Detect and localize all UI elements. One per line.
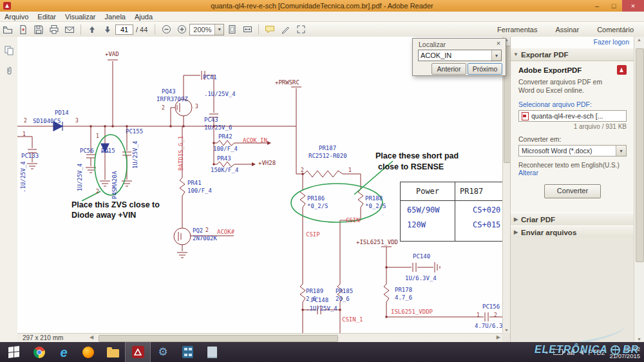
toolbar-tab-ferramentas[interactable]: Ferramentas bbox=[497, 26, 537, 33]
schematic-label: +VAD bbox=[105, 51, 119, 57]
fit-width-button[interactable] bbox=[240, 23, 254, 35]
open-button[interactable] bbox=[1, 23, 15, 35]
clock-time: 21:02 bbox=[609, 345, 640, 352]
taskbar-notepad-button[interactable] bbox=[200, 342, 224, 362]
export-pdf-section-header[interactable]: ▼ Exportar PDF bbox=[511, 48, 634, 61]
horizontal-scroll-thumb[interactable] bbox=[99, 335, 338, 342]
email-button[interactable] bbox=[62, 23, 77, 35]
convert-button[interactable]: Converter bbox=[544, 184, 601, 198]
minimize-button[interactable]: – bbox=[589, 0, 605, 12]
find-previous-button[interactable]: Anterior bbox=[431, 63, 466, 75]
fullscreen-button[interactable] bbox=[294, 23, 308, 35]
document-plus-icon bbox=[18, 24, 28, 35]
menu-ajuda[interactable]: Ajuda bbox=[130, 13, 157, 21]
fit-page-button[interactable] bbox=[225, 23, 239, 35]
scroll-left-icon[interactable]: ◀ bbox=[90, 334, 93, 340]
schematic-label: +ISL6251_VDD bbox=[356, 239, 398, 245]
scroll-down-icon[interactable]: ▼ bbox=[634, 337, 644, 341]
change-language-link[interactable]: Alterar bbox=[518, 169, 538, 176]
save-button[interactable] bbox=[32, 23, 46, 35]
product-description: Converter arquivos PDF em Word ou Excel … bbox=[518, 78, 616, 95]
schematic-label: CSIN bbox=[346, 217, 360, 224]
schematic-label: PR43 bbox=[217, 155, 231, 162]
taskbar-calculator-button[interactable] bbox=[175, 342, 200, 362]
toolbar-tab-assinar[interactable]: Assinar bbox=[555, 26, 579, 33]
taskbar-adobe-reader-button[interactable] bbox=[125, 342, 151, 362]
send-files-section-header[interactable]: ▶ Enviar arquivos bbox=[511, 225, 634, 239]
schematic-label: PC156 bbox=[482, 303, 500, 310]
document-horizontal-scrollbar[interactable]: 297 x 210 mm ◀ ▶ bbox=[17, 333, 502, 343]
create-pdf-section-header[interactable]: ▶ Criar PDF bbox=[511, 213, 634, 226]
previous-page-button[interactable] bbox=[85, 23, 99, 35]
select-file-link[interactable]: Selecionar arquivo PDF: bbox=[518, 100, 592, 108]
export-pdf-body: Adobe ExportPDF Converter arquivos PDF e… bbox=[511, 60, 634, 198]
start-button[interactable] bbox=[0, 342, 27, 362]
close-button[interactable]: × bbox=[622, 0, 644, 12]
speech-bubble-icon bbox=[265, 24, 275, 34]
toolbar-tab-comentario[interactable]: Comentário bbox=[597, 26, 634, 33]
panel-scrollbar[interactable]: ▲ ▼ bbox=[634, 37, 644, 342]
window-title: quanta-ql4-rev-e-sch [ComunidadeTecnica.… bbox=[0, 2, 644, 10]
schematic-label: PQ43 bbox=[162, 88, 176, 95]
taskbar-clock[interactable]: 21:02 21/07/2015 bbox=[609, 345, 640, 359]
create-pdf-button[interactable] bbox=[16, 23, 30, 35]
schematic-label: ACOK_IN bbox=[243, 137, 267, 144]
taskbar-explorer-button[interactable] bbox=[100, 342, 125, 362]
navigation-rail bbox=[0, 37, 18, 342]
schematic-pin-number: 2 bbox=[494, 312, 497, 319]
next-page-button[interactable] bbox=[100, 23, 115, 35]
convert-to-label: Converter em: bbox=[518, 135, 627, 143]
schematic-label: PC155 bbox=[126, 128, 143, 135]
logon-link[interactable]: Fazer logon bbox=[594, 38, 629, 46]
menu-visualizar[interactable]: Visualizar bbox=[61, 13, 100, 21]
clock-date: 21/07/2015 bbox=[609, 352, 640, 359]
menu-arquivo[interactable]: Arquivo bbox=[0, 13, 33, 21]
document-page[interactable]: +VADPD14SD1040CS231PC133.1U/25V_4PC561U/… bbox=[17, 37, 502, 333]
taskbar-settings-button[interactable]: ⚙ bbox=[151, 342, 175, 362]
tray-expand-icon[interactable]: ▲ bbox=[544, 350, 549, 354]
print-button[interactable] bbox=[47, 23, 61, 35]
taskbar-chrome-button[interactable] bbox=[27, 342, 52, 362]
scroll-down-icon[interactable]: ▼ bbox=[503, 328, 510, 332]
menu-editar[interactable]: Editar bbox=[33, 13, 61, 21]
toolbar-separator bbox=[80, 24, 81, 35]
attachments-button[interactable] bbox=[0, 62, 17, 79]
battery-icon[interactable] bbox=[553, 349, 563, 355]
menu-bar: ArquivoEditarVisualizarJanelaAjuda bbox=[0, 12, 644, 22]
pages-icon bbox=[4, 45, 14, 55]
schematic-label: 1U/25V_4 bbox=[132, 141, 138, 169]
create-pdf-section-label: Criar PDF bbox=[521, 216, 555, 224]
tools-panel: Fazer logon ▼ Exportar PDF Adobe ExportP… bbox=[510, 37, 634, 342]
selected-file-box[interactable]: quanta-ql4-rev-e-sch [... bbox=[518, 110, 627, 122]
schematic-label: PR178 bbox=[395, 287, 412, 293]
page-thumbnails-button[interactable] bbox=[0, 42, 17, 59]
language-indicator[interactable]: PTB2 bbox=[588, 348, 605, 356]
schematic-label: +VH28 bbox=[258, 160, 276, 166]
schematic-label: P4SMA20A bbox=[111, 171, 118, 199]
taskbar-ie-button[interactable]: e bbox=[52, 342, 76, 362]
sticky-note-button[interactable] bbox=[263, 23, 277, 35]
schematic-label: PR188 bbox=[365, 195, 383, 202]
zoom-select[interactable]: 200% ▾ bbox=[189, 24, 224, 35]
zoom-in-button[interactable] bbox=[175, 23, 189, 35]
find-input[interactable] bbox=[419, 50, 491, 61]
page-number-input[interactable] bbox=[115, 24, 133, 35]
scroll-up-icon[interactable]: ▲ bbox=[634, 37, 644, 42]
panel-scroll-thumb[interactable] bbox=[636, 48, 644, 262]
taskbar-firefox-button[interactable] bbox=[76, 342, 100, 362]
firefox-icon bbox=[82, 347, 94, 358]
volume-icon[interactable] bbox=[579, 350, 583, 355]
find-close-button[interactable]: × bbox=[494, 39, 503, 47]
format-select[interactable]: Microsoft Word (*.docx) ▾ bbox=[518, 145, 627, 157]
find-combo: ▾ bbox=[418, 50, 502, 61]
scroll-right-icon[interactable]: ▶ bbox=[497, 334, 500, 340]
find-next-button[interactable]: Próximo bbox=[468, 63, 502, 75]
menu-janela[interactable]: Janela bbox=[100, 13, 130, 21]
minus-circle-icon bbox=[162, 24, 171, 34]
taskbar: e ⚙ ▲ PTB2 21:02 21/07/2015 ELETRÔNICA B… bbox=[0, 342, 644, 362]
chevron-down-icon[interactable]: ▾ bbox=[491, 50, 501, 61]
maximize-button[interactable]: □ bbox=[605, 0, 622, 12]
sign-button[interactable] bbox=[278, 23, 292, 35]
network-icon[interactable] bbox=[567, 349, 574, 355]
zoom-out-button[interactable] bbox=[159, 23, 173, 35]
